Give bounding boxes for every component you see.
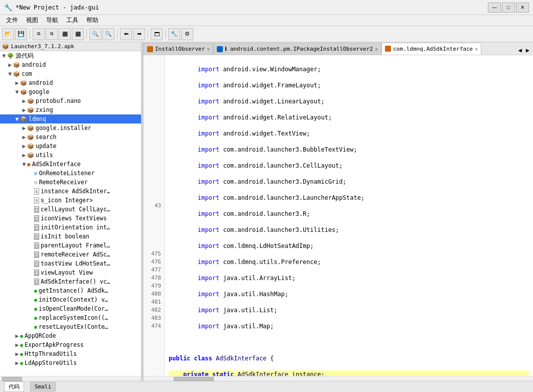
tree-item-celllayout[interactable]: □ cellLayout CellLayc… [0,205,141,214]
code-content[interactable]: import android.view.WindowManager; impor… [165,55,533,376]
tab-installObserver[interactable]: InstallObserver ✕ [144,43,213,55]
tree-item-httpthread[interactable]: ▶ ● HttpThreadUtils [0,349,141,358]
menu-help[interactable]: 帮助 [82,15,102,26]
tree-item-adsdk[interactable]: ▼ ● AdSdkInterface [0,160,141,169]
toggle-src: ▼ [1,52,7,59]
toggle-replacesystemicon [28,314,34,321]
tree-item-replacesystemicon[interactable]: ● replaceSystemIcon((… [0,313,141,322]
status-tab-code[interactable]: 代码 [4,381,24,392]
tree-item-parentlayout[interactable]: □ parentLayout Framel… [0,241,141,250]
left-hscroll-thumb[interactable] [2,377,22,381]
icon-getinstance: ● [34,288,37,294]
code-line: import android.widget.TextView; [169,129,529,138]
icon-protobuf: 📦 [27,98,34,104]
tree-item-resetlayoutex[interactable]: ● resetLayoutEx(Conte… [0,322,141,331]
tree-item-remotereceiver[interactable]: ⊙ RemoteReceiver [0,178,141,187]
icon-onremote: ⊙ [34,170,38,177]
icon-celllayout: □ [34,206,39,213]
toolbar-btn4[interactable]: ⬛ [72,28,84,40]
tree-item-toastview[interactable]: □ toastView LdHotSeat… [0,259,141,268]
minimize-button[interactable]: — [488,3,501,13]
code-line: import com.android.launcher3.BubbleTextV… [169,146,529,154]
toolbar-search[interactable]: 🔍 [89,28,101,40]
tree-item-ldappstore[interactable]: ▶ ● LdAppStoreUtils [0,358,141,367]
tab-nav: ◀ ▶ [515,46,533,55]
menubar: 文件 视图 导航 工具 帮助 [0,15,533,26]
tree-item-google[interactable]: ▼ 📦 google [0,87,141,96]
status-tab-smali[interactable]: Smali [30,382,56,391]
tree-item-remotereceiver-field[interactable]: □ remoteReceiver AdSc… [0,250,141,259]
code-line-highlighted: private static AdSdkInterface instance; [169,370,529,376]
menu-file[interactable]: 文件 [2,15,22,26]
tree-item-protobuf[interactable]: ▶ 📦 protobuf.nano [0,96,141,105]
toolbar-copy[interactable]: ⧉ [33,28,45,40]
tree-item-isopenclean[interactable]: ● isOpenCleanMode(Cor… [0,304,141,313]
icon-initonce: ● [34,297,37,303]
close-button[interactable]: ✕ [516,3,529,13]
tree-item-update[interactable]: ▶ 📦 update [0,142,141,151]
tree-item-s-icon[interactable]: s s_icon Integer> [0,196,141,205]
tree-item-zxing[interactable]: ▶ 📦 zxing [0,105,141,114]
toggle-google: ▼ [14,88,20,95]
tree-item-onremote[interactable]: ⊙ OnRemoteListener [0,169,141,178]
tree-container[interactable]: ▼ 🌳 源代码 ▶ 📦 android ▼ 📦 com ▶ 📦 android [0,51,141,376]
code-line: import com.android.launcher3.DynamicGrid… [169,178,529,186]
window-title: *New Project - jadx-gui [16,4,99,11]
toggle-com-android: ▶ [14,79,20,86]
icon-replacesystemicon: ● [34,315,37,321]
toolbar-settings[interactable]: 🔧 [168,28,180,40]
editor-hscroll[interactable] [144,376,533,381]
tab2-close[interactable]: ✕ [375,46,378,52]
tree-item-src[interactable]: ▼ 🌳 源代码 [0,51,141,60]
toggle-isinit [28,233,34,240]
tab1-close[interactable]: ✕ [207,46,210,52]
tree-item-adsdk-ctor[interactable]: □ AdSdkInterface() vc… [0,277,141,286]
tree-item-iconviews[interactable]: □ iconViews TextViews [0,214,141,223]
tab-ipackage[interactable]: ℹ android.content.pm.IPackageInstallObse… [213,43,381,55]
tree-item-android[interactable]: ▶ 📦 android [0,60,141,69]
tree-item-google-installer[interactable]: ▶ 📦 google.installer [0,123,141,133]
tree-item-com-android[interactable]: ▶ 📦 android [0,78,141,87]
toolbar-save[interactable]: 💾 [15,28,27,40]
toolbar-forward[interactable]: ➡ [133,28,145,40]
tree-item-search[interactable]: ▶ 📦 search [0,133,141,142]
tab-adsdk[interactable]: com.ldmnq.AdSdkInterface ✕ [381,43,481,55]
tree-item-viewlayout[interactable]: □ viewLayout View [0,268,141,277]
tree-item-appqrcode[interactable]: ▶ ● AppQRCode [0,331,141,340]
tab3-close[interactable]: ✕ [475,46,478,52]
tree-item-initorientation[interactable]: □ initOrientation int… [0,223,141,232]
tab-nav-left[interactable]: ◀ [517,46,523,55]
menu-navigate[interactable]: 导航 [42,15,62,26]
code-line: import android.widget.RelativeLayout; [169,113,529,121]
tree-item-instance[interactable]: s instance AdSdkInter… [0,187,141,196]
tree-item-exportapk[interactable]: ▶ ● ExportApkProgress [0,340,141,349]
toggle-appqrcode: ▶ [14,332,20,339]
toolbar-search-file[interactable]: 🔍 [102,28,114,40]
toolbar-sep-3 [117,29,117,39]
toggle-resetlayoutex [28,323,34,330]
tree-item-isinit[interactable]: □ isInit boolean [0,232,141,241]
icon-s-icon: s [34,197,39,204]
toggle-initorientation [28,224,34,231]
left-hscroll[interactable] [0,376,141,381]
icon-toastview: □ [34,260,39,267]
editor-hscroll-thumb[interactable] [174,377,214,381]
tree-item-getinstance[interactable]: ● getInstance() AdSdk… [0,286,141,295]
tree-item-com[interactable]: ▼ 📦 com [0,69,141,78]
maximize-button[interactable]: □ [502,3,515,13]
tree-item-utils[interactable]: ▶ 📦 utils [0,151,141,160]
toolbar-search2[interactable]: ⧉ [46,28,58,40]
toolbar-prefs[interactable]: ⚙ [181,28,193,40]
toolbar-back[interactable]: ⬅ [120,28,132,40]
toolbar-btn3[interactable]: ⬛ [59,28,71,40]
code-line: import android.widget.LinearLayout; [169,97,529,105]
toggle-viewlayout [28,269,34,276]
tree-item-ldmnq[interactable]: ▼ 📦 ldmnq [0,114,141,123]
toolbar-decompile[interactable]: 🗖 [151,28,163,40]
toolbar-open[interactable]: 📂 [2,28,14,40]
tab-nav-right[interactable]: ▶ [524,46,531,55]
menu-view[interactable]: 视图 [22,15,42,26]
menu-tools[interactable]: 工具 [62,15,82,26]
tree-item-initonce[interactable]: ● initOnce(Context) v… [0,295,141,304]
code-line: import com.ldmnq.LdHotSeatAdImp; [169,242,529,250]
